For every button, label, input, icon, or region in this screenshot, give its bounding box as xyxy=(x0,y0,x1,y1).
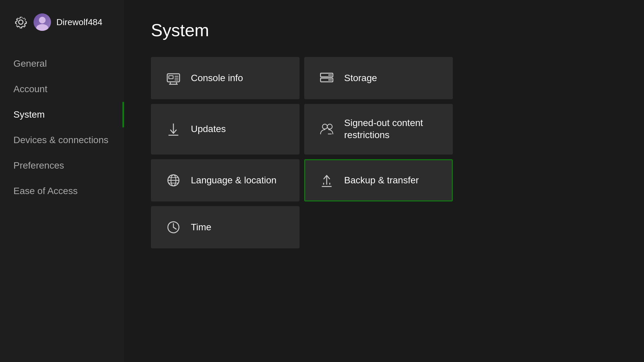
language-icon xyxy=(165,172,181,188)
tile-time[interactable]: Time xyxy=(151,206,300,248)
tile-time-label: Time xyxy=(191,221,211,233)
updates-icon xyxy=(165,121,181,137)
tile-backup-label: Backup & transfer xyxy=(344,174,419,186)
tile-updates[interactable]: Updates xyxy=(151,104,300,155)
sidebar-item-devices[interactable]: Devices & connections xyxy=(0,127,124,153)
backup-icon xyxy=(319,172,335,188)
svg-point-15 xyxy=(328,79,330,81)
tile-language[interactable]: Language & location xyxy=(151,159,300,201)
tiles-grid: Console info Storage xyxy=(151,57,453,248)
svg-rect-6 xyxy=(169,76,173,79)
sidebar-header: Direwolf484 xyxy=(0,13,124,51)
sidebar: Direwolf484 General Account System Devic… xyxy=(0,0,124,362)
svg-point-13 xyxy=(330,79,332,81)
tile-backup[interactable]: Backup & transfer xyxy=(304,159,453,201)
username-label: Direwolf484 xyxy=(56,17,102,27)
signed-out-icon xyxy=(319,121,335,137)
console-info-icon xyxy=(165,70,181,86)
svg-point-1 xyxy=(36,24,48,31)
page-title: System xyxy=(151,20,617,40)
sidebar-item-ease[interactable]: Ease of Access xyxy=(0,178,124,204)
sidebar-item-preferences[interactable]: Preferences xyxy=(0,153,124,178)
storage-icon xyxy=(319,70,335,86)
svg-point-19 xyxy=(327,124,332,129)
tile-language-label: Language & location xyxy=(191,174,276,186)
tile-storage-label: Storage xyxy=(344,72,377,84)
svg-line-30 xyxy=(173,227,176,229)
tile-updates-label: Updates xyxy=(191,123,226,135)
tile-signed-out-label: Signed-out content restrictions xyxy=(344,117,438,141)
nav-list: General Account System Devices & connect… xyxy=(0,51,124,204)
tile-console-info[interactable]: Console info xyxy=(151,57,300,99)
time-icon xyxy=(165,219,181,235)
tile-console-info-label: Console info xyxy=(191,72,243,84)
sidebar-item-general[interactable]: General xyxy=(0,51,124,76)
sidebar-item-account[interactable]: Account xyxy=(0,76,124,102)
gear-icon xyxy=(13,15,28,29)
avatar xyxy=(34,13,51,31)
sidebar-item-system[interactable]: System xyxy=(0,102,124,127)
svg-point-0 xyxy=(39,17,46,23)
main-content: System Console info xyxy=(124,0,644,362)
svg-point-18 xyxy=(322,124,327,129)
tile-storage[interactable]: Storage xyxy=(304,57,453,99)
svg-point-12 xyxy=(330,74,332,76)
svg-point-14 xyxy=(328,74,330,76)
tile-signed-out[interactable]: Signed-out content restrictions xyxy=(304,104,453,155)
app-layout: Direwolf484 General Account System Devic… xyxy=(0,0,644,362)
